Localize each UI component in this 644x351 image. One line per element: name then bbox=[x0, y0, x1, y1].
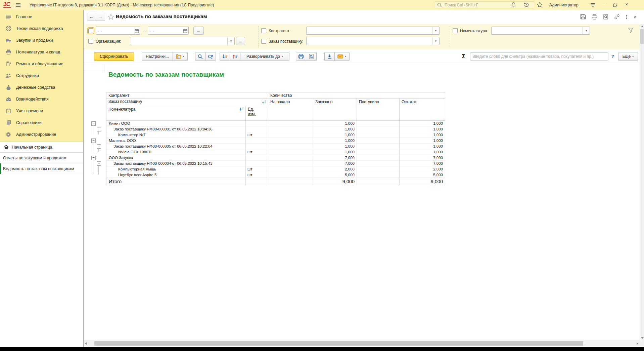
more-menu-icon[interactable] bbox=[626, 15, 628, 19]
table-row[interactable]: Заказ поставщику НФ00-000005 от 06.05.20… bbox=[106, 144, 445, 149]
dropdown-arrow-icon[interactable]: ▾ bbox=[432, 37, 439, 45]
expand-groups-button[interactable] bbox=[230, 52, 240, 61]
horizontal-scrollbar[interactable] bbox=[84, 341, 640, 346]
notifications-bell-icon[interactable] bbox=[511, 2, 516, 8]
scroll-right-icon[interactable] bbox=[637, 342, 638, 345]
nomenclature-input[interactable] bbox=[492, 27, 583, 34]
period-more-button[interactable]: ... bbox=[193, 27, 204, 35]
vertical-scrollbar[interactable] bbox=[640, 24, 644, 341]
sidebar-item-remont[interactable]: Ремонт и обслуживание bbox=[0, 58, 83, 70]
table-row[interactable]: Ноутбук Acer Aspire 5шт 5,000 5,000 bbox=[106, 172, 445, 178]
back-button[interactable]: ← bbox=[87, 13, 96, 21]
save-file-button[interactable] bbox=[324, 52, 335, 61]
quick-filter-input[interactable] bbox=[470, 53, 608, 60]
vertical-scroll-thumb[interactable] bbox=[640, 29, 644, 44]
collapse-group-toggle[interactable]: – bbox=[91, 121, 96, 126]
add-favorite-star-icon[interactable] bbox=[108, 14, 114, 20]
collapse-group-toggle[interactable]: – bbox=[91, 139, 96, 143]
global-search-box[interactable] bbox=[435, 1, 534, 8]
sidebar-item-glavnoe[interactable]: Главное bbox=[0, 11, 83, 23]
sidebar-item-sotrudniki[interactable]: Сотрудники bbox=[0, 70, 83, 81]
supplier-order-checkbox[interactable] bbox=[261, 39, 266, 44]
scroll-down-icon[interactable] bbox=[641, 337, 644, 339]
get-link-icon[interactable] bbox=[614, 14, 620, 20]
print-icon[interactable] bbox=[592, 14, 597, 20]
sidebar-item-dengi[interactable]: Денежные средства bbox=[0, 81, 83, 93]
nav-home-page[interactable]: Начальная страница bbox=[0, 142, 83, 153]
organization-input[interactable] bbox=[130, 37, 227, 45]
sort-desc-icon[interactable] bbox=[239, 107, 244, 111]
restore-window-icon[interactable] bbox=[613, 3, 617, 7]
sidebar-item-nomenklatura[interactable]: Номенклатура и склад bbox=[0, 46, 83, 58]
supplier-order-input[interactable] bbox=[307, 37, 432, 45]
autosum-sigma[interactable]: Σ bbox=[462, 53, 465, 60]
settings-button[interactable]: Настройки... bbox=[142, 52, 173, 61]
sidebar-item-spravochniki[interactable]: Справочники bbox=[0, 117, 83, 128]
print-button[interactable] bbox=[296, 52, 306, 61]
collapse-group-toggle[interactable]: – bbox=[97, 127, 101, 131]
find-next-button[interactable] bbox=[205, 52, 216, 61]
nav-tab-vedomost-active[interactable]: Ведомость по заказам поставщикам bbox=[0, 163, 83, 174]
current-user[interactable]: Администратор bbox=[549, 3, 579, 7]
collapse-group-toggle[interactable]: – bbox=[91, 156, 96, 160]
date-from-field[interactable] bbox=[96, 27, 140, 35]
table-row[interactable]: Лимит ООО 1,000 1,000 bbox=[106, 121, 445, 126]
table-row[interactable]: NVidia GTX 1080Tiшт 1,000 1,000 bbox=[106, 149, 445, 155]
organization-field[interactable]: ▾ bbox=[130, 37, 235, 45]
organization-checkbox[interactable] bbox=[88, 39, 93, 44]
nomenclature-checkbox[interactable] bbox=[453, 28, 458, 33]
counterparty-input[interactable] bbox=[307, 27, 432, 34]
sidebar-item-zakupki[interactable]: Закупки и продажи bbox=[0, 34, 83, 46]
preview-icon[interactable] bbox=[603, 14, 608, 20]
history-icon[interactable] bbox=[524, 2, 529, 7]
close-window-button[interactable]: × bbox=[625, 1, 628, 8]
calendar-icon[interactable] bbox=[133, 27, 140, 34]
period-checkbox[interactable] bbox=[88, 28, 93, 33]
generate-button[interactable]: Сформировать bbox=[94, 52, 134, 61]
table-row[interactable]: Заказ поставщику НФ00-000004 от 06.05.20… bbox=[106, 161, 445, 166]
table-row[interactable]: ООО Закупка 7,000 7,000 bbox=[106, 155, 445, 161]
dropdown-arrow-icon[interactable]: ▾ bbox=[583, 27, 590, 34]
counterparty-checkbox[interactable] bbox=[261, 28, 266, 33]
filter-funnel-icon[interactable] bbox=[628, 28, 634, 33]
table-row[interactable]: Компьютерная мышьшт 2,000 2,000 bbox=[106, 166, 445, 172]
sidebar-item-uchet-vremeni[interactable]: 7 Учет времени bbox=[0, 105, 83, 117]
collapse-groups-button[interactable] bbox=[220, 52, 230, 61]
scroll-left-icon[interactable] bbox=[85, 342, 87, 345]
more-actions-button[interactable]: Еще ▾ bbox=[618, 52, 638, 61]
forward-button[interactable]: → bbox=[96, 13, 105, 21]
send-email-button[interactable]: ▾ bbox=[335, 52, 350, 61]
organization-more-button[interactable]: ... bbox=[236, 37, 245, 45]
date-to-input[interactable] bbox=[148, 27, 182, 34]
expand-to-button[interactable]: Разворачивать до ▾ bbox=[240, 52, 289, 61]
scroll-up-icon[interactable] bbox=[641, 26, 644, 27]
quick-filter-field[interactable] bbox=[470, 52, 608, 61]
help-button[interactable]: ? bbox=[611, 54, 614, 59]
close-form-icon[interactable]: × bbox=[634, 14, 637, 19]
counterparty-field[interactable]: ▾ bbox=[306, 27, 440, 35]
service-menu-icon[interactable] bbox=[590, 3, 596, 7]
favorites-star-icon[interactable] bbox=[537, 2, 543, 7]
dropdown-arrow-icon[interactable]: ▾ bbox=[227, 37, 234, 45]
date-to-field[interactable] bbox=[148, 27, 189, 35]
sidebar-item-vzaimodeystviya[interactable]: Взаимодействия bbox=[0, 93, 83, 105]
sort-desc-icon[interactable] bbox=[262, 100, 267, 104]
find-button[interactable] bbox=[195, 52, 205, 61]
minimize-button[interactable]: – bbox=[603, 0, 605, 7]
main-menu-icon[interactable] bbox=[15, 3, 21, 7]
supplier-order-field[interactable]: ▾ bbox=[306, 37, 440, 45]
dropdown-arrow-icon[interactable]: ▾ bbox=[432, 27, 439, 34]
report-variants-button[interactable]: ▾ bbox=[173, 52, 188, 61]
collapse-group-toggle[interactable]: – bbox=[97, 161, 101, 166]
save-icon[interactable] bbox=[580, 14, 586, 20]
table-row[interactable]: Заказ поставщику НФ00-000001 от 06.05.20… bbox=[106, 126, 445, 132]
nomenclature-field[interactable]: ▾ bbox=[491, 27, 590, 35]
table-row[interactable]: Компьютер №7шт 1,000 1,000 bbox=[106, 132, 445, 138]
nav-tab-reports[interactable]: Отчеты по закупкам и продажам bbox=[0, 153, 83, 163]
collapse-group-toggle[interactable]: – bbox=[97, 144, 101, 149]
table-row[interactable]: Малинка, ООО 1,000 1,000 bbox=[106, 138, 445, 144]
global-search-input[interactable] bbox=[444, 2, 532, 8]
sidebar-item-tech-podderzhka[interactable]: Техническая поддержка bbox=[0, 23, 83, 34]
calendar-icon[interactable] bbox=[182, 27, 188, 34]
horizontal-scroll-thumb[interactable] bbox=[94, 341, 583, 346]
